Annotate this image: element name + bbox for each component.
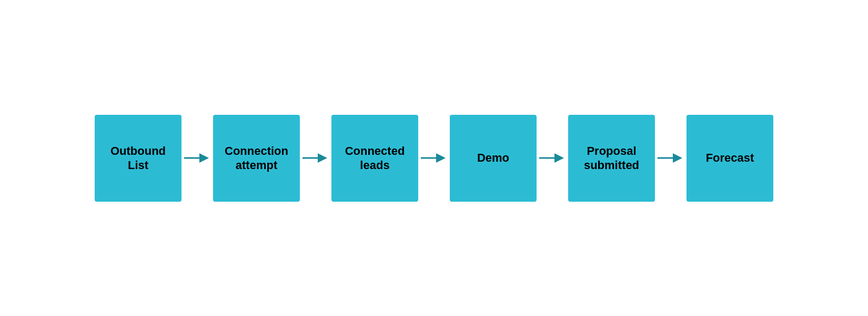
stage-connection-attempt[interactable]: Connection attempt	[213, 115, 300, 202]
stage-label: Connected leads	[338, 144, 412, 173]
stage-forecast[interactable]: Forecast	[687, 115, 773, 202]
stage-label: Demo	[477, 151, 509, 165]
arrow-5	[655, 150, 687, 166]
stage-outbound-list[interactable]: Outbound List	[95, 115, 181, 202]
arrow-2	[300, 150, 331, 166]
arrow-1	[181, 150, 213, 166]
arrow-3	[418, 150, 450, 166]
pipeline-diagram: Outbound List Connection attempt Connect…	[95, 115, 773, 202]
stage-label: Outbound List	[101, 144, 175, 173]
stage-label: Forecast	[706, 151, 754, 165]
stage-proposal-submitted[interactable]: Proposal submitted	[568, 115, 655, 202]
stage-label: Connection attempt	[219, 144, 294, 173]
stage-label: Proposal submitted	[574, 144, 649, 173]
stage-connected-leads[interactable]: Connected leads	[331, 115, 418, 202]
arrow-4	[537, 150, 568, 166]
stage-demo[interactable]: Demo	[450, 115, 537, 202]
